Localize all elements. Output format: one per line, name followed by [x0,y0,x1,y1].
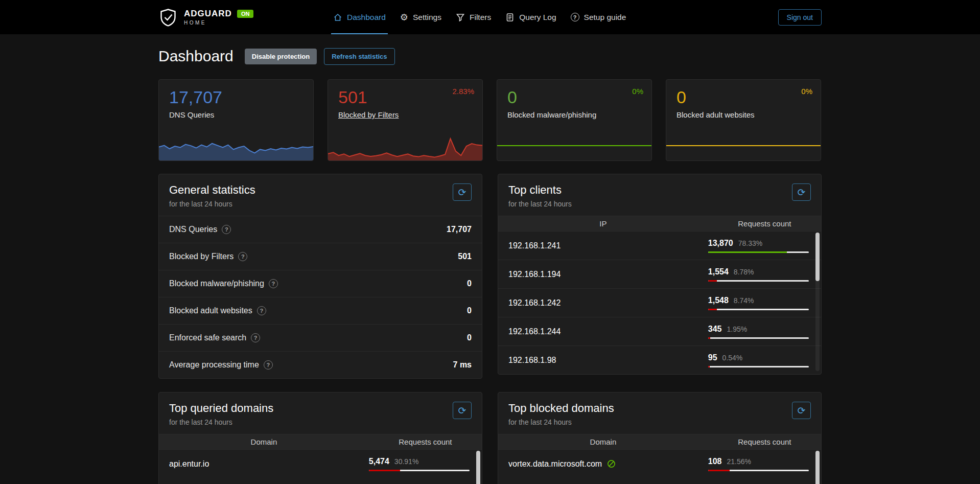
request-count: 1,548 [708,296,729,305]
scrollbar-thumb[interactable] [815,451,820,484]
vertical-scrollbar [815,233,820,371]
card-title: Top queried domains [169,402,273,415]
table-row: vortex.data.microsoft.com 10821.56% [498,449,821,478]
table-row: api.entur.io 5,47430.91% [159,449,482,478]
progress-bar [708,366,809,367]
top-queried-table: Domain Requests count api.entur.io 5,474… [159,434,482,478]
page-title: Dashboard [158,48,234,65]
nav-setup-guide[interactable]: ? Setup guide [564,0,634,34]
blocked-domain[interactable]: vortex.data.microsoft.com [498,459,708,469]
table-header: IP Requests count [498,216,821,231]
stat-label[interactable]: DNS Queries [169,110,214,119]
nav-filters[interactable]: Filters [449,0,498,34]
help-icon[interactable]: ? [269,279,278,288]
table-row: 192.168.1.241 13,87078.33% [498,231,821,260]
progress-bar [708,309,809,310]
request-count: 5,474 [369,457,389,466]
stat-card-blocked-malware: 0% 0 Blocked malware/phishing [497,79,652,161]
vertical-scrollbar [815,451,820,484]
blocked-domain-label: vortex.data.microsoft.com [508,459,602,469]
row-label: Blocked malware/phishing [169,279,264,288]
shield-check-icon [158,8,178,27]
nav-label: Query Log [519,13,556,22]
refresh-top-blocked-button[interactable]: ⟳ [792,402,811,419]
request-percent: 30.91% [394,457,418,466]
nav-dashboard[interactable]: Dashboard [326,0,393,34]
table-row: 192.168.1.194 1,5548.78% [498,260,821,288]
card-subtitle: for the last 24 hours [169,200,255,208]
protection-status-badge: ON [237,10,254,18]
column-header-requests: Requests count [708,437,821,446]
scrollbar-thumb[interactable] [476,451,480,484]
request-count: 108 [708,457,722,466]
request-percent: 21.56% [727,457,751,466]
client-ip[interactable]: 192.168.1.241 [498,241,708,250]
disable-protection-button[interactable]: Disable protection [245,49,317,64]
row-value: 0 [467,333,472,342]
client-ip[interactable]: 192.168.1.244 [498,327,708,336]
stat-cards-row: 17,707 DNS Queries 2.83% 501 Blocked by … [158,79,822,161]
column-header-domain: Domain [498,437,708,446]
help-icon[interactable]: ? [257,306,266,315]
row-value: 7 ms [453,360,472,370]
blocked-adult-sparkline [666,145,821,146]
row-value: 17,707 [447,225,472,234]
column-header-requests: Requests count [369,437,482,446]
request-count: 345 [708,325,722,334]
stat-row: Average processing time? 7 ms [159,351,482,378]
progress-bar [369,470,470,471]
stat-value: 17,707 [169,88,303,107]
nav-query-log[interactable]: Query Log [498,0,563,34]
top-clients-table: IP Requests count 192.168.1.241 13,87078… [498,216,821,374]
help-circle-icon: ? [571,13,579,21]
row-label: Blocked by Filters [169,252,234,261]
brand-name: ADGUARD [184,9,232,19]
client-ip[interactable]: 192.168.1.98 [498,356,708,365]
help-icon[interactable]: ? [251,333,260,342]
card-title: Top clients [508,183,572,197]
queried-domain[interactable]: api.entur.io [159,459,369,469]
card-subtitle: for the last 24 hours [169,418,273,426]
row-label: Blocked adult websites [169,306,252,315]
stat-label[interactable]: Blocked malware/phishing [507,110,596,119]
table-row: 192.168.1.98 950.54% [498,345,821,374]
refresh-statistics-button[interactable]: Refresh statistics [324,48,394,65]
nav-settings[interactable]: ⚙ Settings [393,0,449,34]
table-row: 192.168.1.242 1,5488.74% [498,288,821,317]
progress-bar [708,337,809,339]
refresh-top-queried-button[interactable]: ⟳ [453,402,472,419]
help-icon[interactable]: ? [264,360,273,370]
stat-row: Blocked adult websites? 0 [159,297,482,324]
request-percent: 8.74% [734,296,754,305]
scrollbar-thumb[interactable] [815,233,820,281]
help-icon[interactable]: ? [238,252,247,261]
request-percent: 1.95% [727,325,748,333]
client-ip[interactable]: 192.168.1.242 [498,298,708,308]
stat-card-blocked-by-filters: 2.83% 501 Blocked by Filters [328,79,483,161]
top-blocked-table: Domain Requests count vortex.data.micros… [498,434,821,478]
row-label: DNS Queries [169,225,217,234]
stat-row: Enforced safe search? 0 [159,324,482,351]
row-label: Enforced safe search [169,333,246,342]
nav-label: Settings [413,13,441,22]
stat-label[interactable]: Blocked adult websites [676,110,755,119]
general-statistics-card: General statistics for the last 24 hours… [158,174,482,379]
stat-label-link[interactable]: Blocked by Filters [338,110,399,119]
stat-percent: 0% [632,87,643,96]
refresh-general-statistics-button[interactable]: ⟳ [453,183,472,201]
stat-card-dns-queries: 17,707 DNS Queries [158,79,314,161]
table-header: Domain Requests count [498,434,821,449]
refresh-top-clients-button[interactable]: ⟳ [792,183,811,201]
row-value: 0 [467,279,472,288]
column-header-requests: Requests count [708,219,821,228]
top-queried-domains-card: Top queried domains for the last 24 hour… [158,392,482,484]
nav-label: Setup guide [584,13,626,22]
refresh-icon: ⟳ [798,406,806,416]
sign-out-button[interactable]: Sign out [778,9,822,26]
row-label: Average processing time [169,360,259,370]
help-icon[interactable]: ? [222,225,231,234]
nav-label: Dashboard [347,13,386,22]
adguard-home-logo[interactable]: ADGUARD ON HOME [158,8,253,27]
client-ip[interactable]: 192.168.1.194 [498,270,708,279]
vertical-scrollbar [476,451,480,484]
